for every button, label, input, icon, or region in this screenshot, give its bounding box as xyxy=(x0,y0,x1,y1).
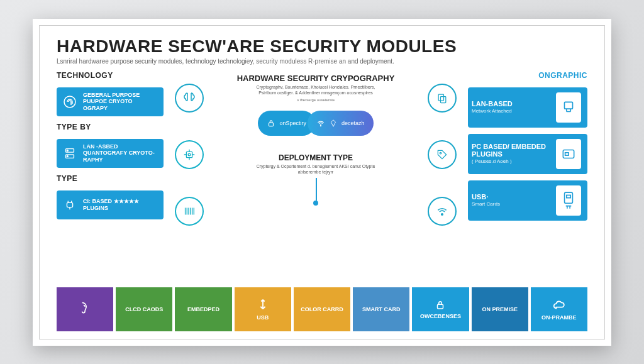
lock-icon xyxy=(267,119,275,128)
svg-rect-18 xyxy=(567,195,570,197)
node-signal-icon xyxy=(428,197,457,226)
tile-label-4: COLOR CARRD xyxy=(301,306,343,312)
tile-1: CLCD CAODS xyxy=(116,287,172,331)
center-column: HARDWARE SECURITY CRYPOGRAPHY Cryptograp… xyxy=(215,71,416,279)
connector-vertical xyxy=(316,178,317,201)
server-icon xyxy=(62,145,78,162)
svg-rect-6 xyxy=(186,152,192,157)
left-label-0: TECHNOLOGY xyxy=(57,71,164,80)
cloud-icon xyxy=(552,298,566,312)
subtitle: Lsnriral hardwaree purpose security modu… xyxy=(57,58,587,65)
tile-label-1: CLCD CAODS xyxy=(125,306,163,312)
node-chip-icon xyxy=(175,140,204,169)
bottom-row: CLCD CAODS EMBEDPED USB COLOR CARRD SMAR… xyxy=(57,287,587,331)
left-text-1: LAN -ASBED QUANTOGRAFY CRYOTO-RAPHY xyxy=(83,143,158,163)
card-icon xyxy=(556,139,581,169)
padlock-icon xyxy=(435,299,446,311)
svg-point-12 xyxy=(440,152,441,154)
node-brain-icon xyxy=(175,84,204,113)
tile-8: ON-PRAMBE xyxy=(531,287,587,331)
right-title-1: PC BASED/ EMBEDED PLUGINS xyxy=(472,143,546,158)
svg-rect-11 xyxy=(441,96,446,102)
ear-icon xyxy=(77,300,93,316)
tile-label-7: ON PREMISE xyxy=(482,306,518,312)
pill-left: onSpectiry xyxy=(258,111,315,136)
svg-point-9 xyxy=(320,125,321,126)
tile-2: EMBEDPED xyxy=(175,287,231,331)
right-box-pc: PC BASED/ EMBEDED PLUGINS ( Peuses.d Aoe… xyxy=(468,134,587,174)
tile-5: SMART CARD xyxy=(353,287,409,331)
fingerprint-icon xyxy=(62,94,78,110)
usb-card-icon xyxy=(556,185,581,216)
ethernet-icon xyxy=(556,92,581,123)
left-nodes xyxy=(175,84,204,279)
svg-rect-5 xyxy=(67,202,72,207)
left-box-technology: GEBERAL PURPOSE PUUPOE CRYOTO OGRAPY xyxy=(57,87,164,116)
node-tag-icon xyxy=(428,140,457,169)
svg-point-4 xyxy=(67,155,68,157)
svg-rect-14 xyxy=(565,102,573,109)
left-label-1: TYPE BY xyxy=(57,123,164,131)
connector-dot xyxy=(313,201,318,206)
pill-right: decetazh xyxy=(308,111,374,136)
pill-right-text: decetazh xyxy=(341,120,365,126)
tile-label-8: ON-PRAMBE xyxy=(541,314,577,321)
pill-row: onSpectiry decetazh xyxy=(258,111,373,136)
poster-frame: HARDWARE SECW'ARE SECURITY MODULES Lsnri… xyxy=(33,19,611,346)
right-box-usb: USB· Smart Cards xyxy=(468,180,587,221)
usb-icon xyxy=(256,298,270,312)
diagram-grid: TECHNOLOGY GEBERAL PURPOSE PUUPOE CRYOTO… xyxy=(57,71,587,279)
left-box-typeby: LAN -ASBED QUANTOGRAFY CRYOTO-RAPHY xyxy=(57,139,164,168)
plug-icon xyxy=(62,197,78,213)
node-barcode-icon xyxy=(175,197,204,226)
right-column: ONGRAPHIC LAN-BASED Metwork Attached PC … xyxy=(468,71,587,279)
left-box-type: CI: BASED ★★★★★ PLUGINS xyxy=(57,190,164,219)
svg-rect-8 xyxy=(269,123,274,126)
svg-point-0 xyxy=(64,96,75,108)
tile-label-6: OWCEBENSES xyxy=(420,313,461,319)
right-title-2: USB· xyxy=(472,193,488,201)
left-text-2: CI: BASED ★★★★★ PLUGINS xyxy=(83,198,158,211)
deploy-heading: DEPLOYMENT TYPE xyxy=(279,153,353,162)
right-sub-2: Smart Cards xyxy=(472,202,550,207)
svg-rect-10 xyxy=(438,94,443,101)
tile-label-5: SMART CARD xyxy=(362,306,401,312)
pill-left-text: onSpectiry xyxy=(279,120,306,126)
main-title: HARDWARE SECW'ARE SECURITY MODULES xyxy=(57,36,587,57)
svg-point-3 xyxy=(67,150,68,151)
right-label: ONGRAPHIC xyxy=(468,71,587,80)
right-sub-1: ( Peuses.d Aoeh ) xyxy=(472,159,550,165)
svg-point-13 xyxy=(441,213,443,215)
right-box-lan: LAN-BASED Metwork Attached xyxy=(468,87,587,128)
right-nodes xyxy=(428,84,457,279)
svg-rect-19 xyxy=(438,304,443,309)
center-top: HARDWARE SECURITY CRYPOGRAPHY Cryptograp… xyxy=(237,74,395,102)
tile-label-2: EMBEDPED xyxy=(187,306,219,312)
left-text-0: GEBERAL PURPOSE PUUPOE CRYOTO OGRAPY xyxy=(83,92,158,111)
tile-3: USB xyxy=(235,287,291,331)
right-sub-0: Metwork Attached xyxy=(472,109,550,114)
tile-7: ON PREMISE xyxy=(472,287,528,331)
svg-point-7 xyxy=(188,153,191,156)
wifi-icon xyxy=(316,119,325,128)
center-heading: HARDWARE SECURITY CRYPOGRAPHY xyxy=(237,74,395,83)
center-note: o therserge ouseterate xyxy=(237,98,395,102)
center-desc: Cryptographv, Bountenace, Khoiuosl Honcl… xyxy=(250,84,382,96)
tile-4: COLOR CARRD xyxy=(294,287,350,331)
tile-0 xyxy=(57,287,113,331)
left-column: TECHNOLOGY GEBERAL PURPOSE PUUPOE CRYOTO… xyxy=(57,71,164,279)
tile-label-3: USB xyxy=(257,314,269,321)
left-label-2: TYPE xyxy=(57,174,164,183)
node-copy-icon xyxy=(428,84,457,113)
diamond-icon xyxy=(329,119,338,128)
tile-6: OWCEBENSES xyxy=(412,287,469,331)
deploy-desc: Cryptergy & Ocportement d. benoglement A… xyxy=(247,163,385,175)
svg-rect-16 xyxy=(565,152,569,155)
right-title-0: LAN-BASED xyxy=(472,100,513,108)
